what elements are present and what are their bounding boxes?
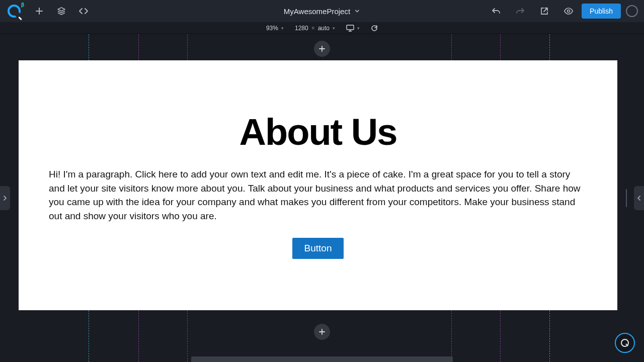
preview-button[interactable] [557, 0, 580, 22]
code-button[interactable] [72, 0, 95, 22]
search-icon [621, 339, 629, 347]
zoom-control[interactable]: 93% ▾ [266, 25, 284, 32]
caret-down-icon: ▾ [281, 26, 284, 31]
right-panel-handle[interactable] [626, 189, 627, 207]
app-logo[interactable]: β [0, 0, 28, 22]
add-section-below[interactable] [314, 324, 330, 340]
device-selector[interactable]: ▾ [346, 25, 360, 32]
times-separator: × [311, 25, 315, 32]
caret-down-icon: ▾ [333, 26, 335, 31]
caret-down-icon: ▾ [357, 26, 360, 31]
page-canvas[interactable]: About Us Hi! I'm a paragraph. Click here… [19, 60, 617, 310]
project-title: MyAwesomeProject [284, 7, 350, 16]
chevron-down-icon [354, 8, 360, 14]
publish-button[interactable]: Publish [582, 4, 621, 19]
viewport-toolbar: 93% ▾ 1280 × auto ▾ ▾ [0, 22, 644, 34]
open-external-button[interactable] [533, 0, 555, 22]
section-heading[interactable]: About Us [49, 111, 587, 153]
top-toolbar: β MyAwesomeProject Publish [0, 0, 644, 22]
add-section-above[interactable] [314, 41, 330, 57]
svg-point-0 [568, 10, 570, 13]
left-panel-toggle[interactable] [0, 186, 10, 210]
viewport-height: auto [318, 25, 330, 32]
section-paragraph[interactable]: Hi! I'm a paragraph. Click here to add y… [49, 167, 587, 223]
viewport-width: 1280 [295, 25, 308, 32]
beta-badge: β [21, 2, 24, 8]
help-button[interactable] [615, 333, 635, 353]
layers-button[interactable] [50, 0, 72, 22]
horizontal-scrollbar[interactable] [191, 356, 453, 362]
add-button[interactable] [28, 0, 50, 22]
refresh-icon [371, 25, 378, 32]
workspace: About Us Hi! I'm a paragraph. Click here… [0, 34, 644, 362]
account-avatar[interactable] [626, 5, 638, 17]
right-panel-toggle[interactable] [634, 186, 644, 210]
desktop-icon [346, 25, 354, 32]
refresh-button[interactable] [371, 25, 378, 32]
undo-button[interactable] [485, 0, 507, 22]
project-selector[interactable]: MyAwesomeProject [284, 7, 360, 16]
redo-button[interactable] [509, 0, 531, 22]
dimensions-control[interactable]: 1280 × auto ▾ [295, 25, 335, 32]
zoom-value: 93% [266, 25, 278, 32]
section-button[interactable]: Button [292, 238, 344, 259]
svg-rect-1 [347, 25, 354, 30]
